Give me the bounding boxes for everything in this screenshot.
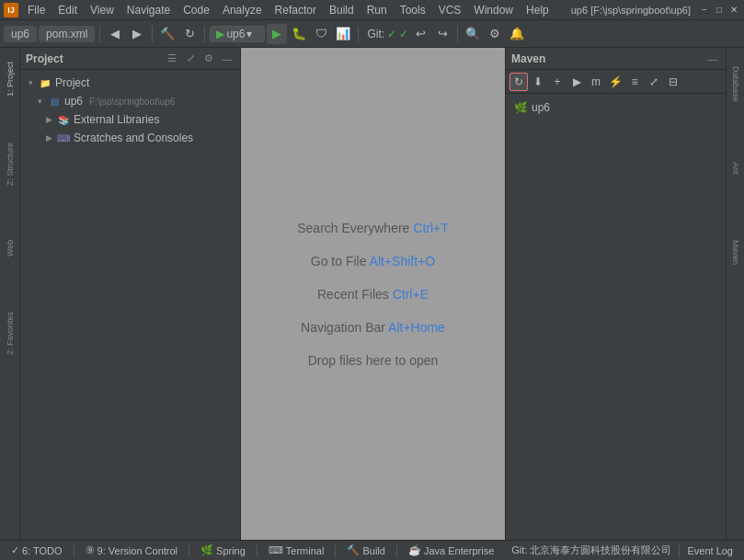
hint-nav-shortcut: Alt+Home <box>388 320 445 335</box>
tab-project[interactable]: 1: Project <box>2 51 18 107</box>
spring-label: Spring <box>216 545 246 556</box>
tab-web[interactable]: Web <box>2 221 18 276</box>
status-event-log[interactable]: Event Log <box>683 545 737 556</box>
tab-structure[interactable]: Z: Structure <box>2 136 18 191</box>
maven-reload-button[interactable]: ↻ <box>509 73 528 91</box>
maven-minimize-icon[interactable]: — <box>705 51 720 66</box>
tree-item-up6[interactable]: ▾ ▤ up6 F:\jsp\springboot\up6 <box>20 92 240 110</box>
maven-expand-button[interactable]: ⤢ <box>645 73 663 91</box>
git-checkmark-icon[interactable]: ✓ <box>387 28 396 40</box>
project-tab[interactable]: up6 <box>4 26 37 42</box>
git-tick-icon[interactable]: ✓ <box>399 28 408 40</box>
run-button[interactable]: ▶ <box>267 24 287 44</box>
project-tab-label: up6 <box>11 28 29 40</box>
status-version-control[interactable]: ⑨ 9: Version Control <box>82 544 181 556</box>
minimize-button[interactable]: − <box>698 4 711 17</box>
menu-view[interactable]: View <box>85 4 120 17</box>
maven-download-button[interactable]: ⬇ <box>529 73 547 91</box>
up6-label: up6 <box>64 95 83 108</box>
menu-help[interactable]: Help <box>521 4 555 17</box>
spring-status-icon: 🌿 <box>200 544 213 556</box>
menu-build[interactable]: Build <box>324 4 360 17</box>
build-icon: 🔨 <box>347 544 360 556</box>
run-configuration-dropdown[interactable]: ▶ up6 ▾ <box>210 26 265 42</box>
hint-search: Search Everywhere Ctrl+T <box>297 221 449 235</box>
project-panel-title: Project <box>26 52 161 65</box>
module-icon: ▤ <box>47 94 62 109</box>
run-config-label: up6 <box>226 28 245 40</box>
project-folder-icon: 📁 <box>38 75 52 90</box>
sync-button[interactable]: ↻ <box>179 24 200 44</box>
maven-project-item[interactable]: 🌿 up6 <box>506 97 726 118</box>
main-area: 1: Project Z: Structure Web 2: Favorites… <box>0 48 744 540</box>
toolbar-separator-1 <box>99 26 100 42</box>
settings-button[interactable]: ⚙ <box>485 24 505 44</box>
toolbar: up6 pom.xml ◀ ▶ 🔨 ↻ ▶ up6 ▾ ▶ 🐛 🛡 📊 Git:… <box>0 20 744 48</box>
project-settings-icon[interactable]: ⚙ <box>201 51 216 66</box>
hint-recent-text: Recent Files <box>317 287 389 302</box>
maven-collapse-button[interactable]: ⊟ <box>664 73 682 91</box>
close-button[interactable]: ✕ <box>727 4 740 17</box>
menu-file[interactable]: File <box>22 4 51 17</box>
search-button[interactable]: 🔍 <box>463 24 483 44</box>
status-git-info[interactable]: Git: 北京海泰方圆科技股份有限公司 <box>508 543 675 557</box>
arrow-down-icon: ▾ <box>26 78 35 87</box>
hint-nav-bar: Navigation Bar Alt+Home <box>301 320 445 335</box>
redo-button[interactable]: ↪ <box>432 24 452 44</box>
menu-edit[interactable]: Edit <box>52 4 83 17</box>
title-bar: IJ File Edit View Navigate Code Analyze … <box>0 0 744 20</box>
hint-goto-text: Go to File <box>311 254 367 269</box>
maven-filter-button[interactable]: ≡ <box>625 73 644 91</box>
status-todo[interactable]: ✓ 6: TODO <box>7 544 66 556</box>
menu-tools[interactable]: Tools <box>395 4 431 17</box>
status-build[interactable]: 🔨 Build <box>343 544 388 556</box>
hint-drop-files: Drop files here to open <box>308 353 439 368</box>
status-terminal[interactable]: ⌨ Terminal <box>265 544 328 556</box>
back-button[interactable]: ◀ <box>105 24 125 44</box>
build-button[interactable]: 🔨 <box>157 24 177 44</box>
status-bar-right: Git: 北京海泰方圆科技股份有限公司 Event Log <box>508 543 737 557</box>
pom-tab[interactable]: pom.xml <box>39 26 95 42</box>
profile-button[interactable]: 📊 <box>333 24 353 44</box>
status-java-enterprise[interactable]: ☕ Java Enterprise <box>405 544 498 556</box>
maven-lifecycle-button[interactable]: m <box>587 73 605 91</box>
tree-item-scratches[interactable]: ▶ ⌨ Scratches and Consoles <box>20 129 240 147</box>
menu-run[interactable]: Run <box>361 4 393 17</box>
maven-add-button[interactable]: + <box>548 73 567 91</box>
project-expand-icon[interactable]: ⤢ <box>183 51 198 66</box>
maven-run-button[interactable]: ▶ <box>567 73 586 91</box>
menu-navigate[interactable]: Navigate <box>121 4 176 17</box>
tab-maven[interactable]: Maven <box>727 221 744 285</box>
java-enterprise-icon: ☕ <box>408 544 421 556</box>
tree-item-project[interactable]: ▾ 📁 Project <box>20 74 240 92</box>
toolbar-separator-4 <box>358 26 359 42</box>
undo-button[interactable]: ↩ <box>410 24 430 44</box>
scratches-icon: ⌨ <box>56 131 71 145</box>
menu-vcs[interactable]: VCS <box>433 4 467 17</box>
project-panel-header: Project ☰ ⤢ ⚙ — <box>20 48 240 70</box>
forward-button[interactable]: ▶ <box>127 24 147 44</box>
build-label: Build <box>362 545 384 556</box>
tab-database[interactable]: Database <box>727 51 744 116</box>
status-spring[interactable]: 🌿 Spring <box>197 544 249 556</box>
tab-favorites[interactable]: 2: Favorites <box>2 305 18 360</box>
status-sep-1 <box>74 544 74 557</box>
terminal-icon: ⌨ <box>269 544 283 556</box>
menu-refactor[interactable]: Refactor <box>269 4 322 17</box>
hint-recent-shortcut: Ctrl+E <box>393 287 429 302</box>
menu-code[interactable]: Code <box>177 4 215 17</box>
menu-analyze[interactable]: Analyze <box>217 4 268 17</box>
menu-window[interactable]: Window <box>468 4 519 17</box>
project-gear-icon[interactable]: ☰ <box>165 51 179 66</box>
maximize-button[interactable]: □ <box>713 4 726 17</box>
editor-area: Search Everywhere Ctrl+T Go to File Alt+… <box>241 48 505 540</box>
notification-button[interactable]: 🔔 <box>507 24 527 44</box>
git-info-label: Git: 北京海泰方圆科技股份有限公司 <box>511 543 671 557</box>
debug-button[interactable]: 🐛 <box>289 24 309 44</box>
tab-ant[interactable]: Ant <box>727 136 744 200</box>
project-minimize-icon[interactable]: — <box>220 51 235 66</box>
tree-item-external-libs[interactable]: ▶ 📚 External Libraries <box>20 110 240 129</box>
hint-goto-shortcut: Alt+Shift+O <box>370 254 436 269</box>
maven-plugin-button[interactable]: ⚡ <box>606 73 624 91</box>
coverage-button[interactable]: 🛡 <box>311 24 331 44</box>
